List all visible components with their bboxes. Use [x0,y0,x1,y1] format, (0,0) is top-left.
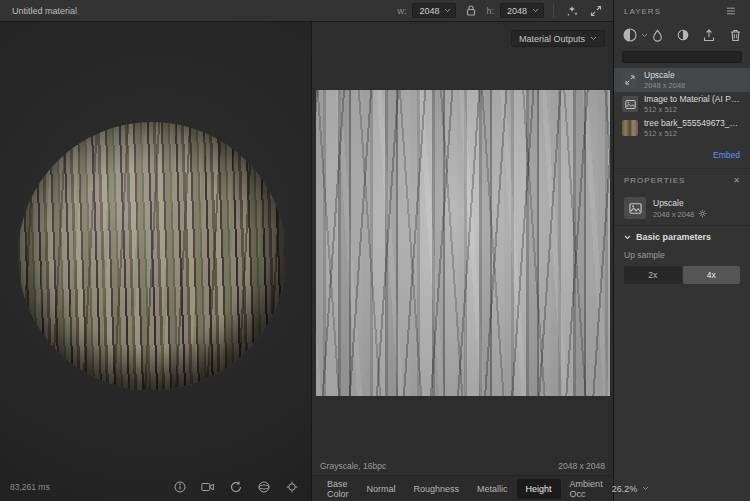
chevron-down-icon [532,8,539,13]
panel-menu-icon[interactable] [722,2,740,20]
upsample-2x-button[interactable]: 2x [624,266,682,284]
tab-roughness[interactable]: Roughness [405,479,469,499]
section-label: Basic parameters [636,232,711,242]
texture-resolution: 2048 x 2048 [558,461,605,471]
layers-actions [648,26,744,44]
magic-wand-icon[interactable] [563,2,581,20]
properties-panel-header: PROPERTIES ✕ [614,169,750,191]
layers-panel-header: LAYERS [614,0,750,22]
layer-resolution: 2048 x 2048 [644,81,685,90]
viewport-3d-tools [171,478,301,496]
bark-image-thumbnail [622,120,638,136]
width-label: w: [397,6,406,16]
fullscreen-expand-icon[interactable] [587,2,605,20]
layer-row-source-image[interactable]: tree bark_555549673_content_out_3.png 51… [614,116,750,140]
zoom-level-dropdown[interactable]: 26.2% [612,484,650,494]
layer-name: Upscale [644,70,685,80]
pivot-target-icon[interactable] [283,478,301,496]
chevron-down-icon [444,8,451,13]
material-preview-sphere[interactable] [18,122,286,390]
layer-resolution: 512 x 512 [644,129,742,138]
upscale-layer-thumbnail [622,72,638,88]
top-bar: Untitled material w: 2048 h: 2048 [0,0,613,22]
chevron-down-icon [642,486,649,491]
tab-base-color[interactable]: Base Color [318,474,358,501]
chevron-down-icon [624,235,631,240]
upscale-arrows-icon [625,75,635,85]
properties-resolution-row: 2048 x 2048 [653,209,707,219]
document-title: Untitled material [12,6,77,16]
up-sample-label: Up sample [614,248,750,260]
layers-toolbar [614,22,750,48]
tab-normal[interactable]: Normal [358,479,405,499]
properties-panel-title: PROPERTIES [624,176,685,185]
properties-layer-name: Upscale [653,198,707,208]
chevron-down-icon [590,36,597,41]
layer-resolution: 512 x 512 [644,105,742,114]
width-input[interactable]: 2048 [412,3,456,18]
channel-tab-bar: Base Color Normal Roughness Metallic Hei… [312,475,613,501]
layer-name: tree bark_555549673_content_out_3.png [644,118,742,128]
render-time: 83,261 ms [10,482,50,492]
layer-texts: Image to Material (AI Powered) 512 x 512 [644,94,742,114]
basic-parameters-section[interactable]: Basic parameters [614,226,750,248]
mask-circle-icon[interactable] [674,26,692,44]
application-window: Untitled material w: 2048 h: 2048 [0,0,750,501]
reset-rotation-icon[interactable] [227,478,245,496]
layers-list: Upscale 2048 x 2048 Image to Material (A… [614,68,750,140]
properties-layer-thumbnail [624,197,646,219]
info-icon[interactable] [171,478,189,496]
upsample-4x-button[interactable]: 4x [683,266,741,284]
photo-sparkle-icon [629,202,642,215]
layer-row-upscale[interactable]: Upscale 2048 x 2048 [614,68,750,92]
tab-ambient-occlusion[interactable]: Ambient Occ [561,474,612,501]
toolbar-divider [553,4,554,18]
material-outputs-dropdown[interactable]: Material Outputs [511,30,605,47]
viewport-3d-statusbar: 83,261 ms [0,473,311,501]
properties-layer-resolution: 2048 x 2048 [653,210,694,219]
top-bar-controls: w: 2048 h: 2048 [397,2,605,20]
split-sphere-icon [622,27,638,43]
height-map-texture[interactable] [316,90,610,396]
layer-row-image-to-material[interactable]: Image to Material (AI Powered) 512 x 512 [614,92,750,116]
embed-row: Embed [614,140,750,168]
gear-icon[interactable] [698,209,707,218]
up-sample-options: 2x 4x [624,266,740,284]
chevron-down-icon [641,33,648,38]
camera-icon[interactable] [199,478,217,496]
material-outputs-label: Material Outputs [519,34,585,44]
layer-name: Image to Material (AI Powered) [644,94,742,104]
photo-sparkle-icon [625,99,636,110]
properties-layer-texts: Upscale 2048 x 2048 [653,198,707,219]
zoom-level-value: 26.2% [612,484,638,494]
export-icon[interactable] [700,26,718,44]
viewport-2d[interactable]: Material Outputs Grayscale, 16bpc 2048 x… [312,22,613,501]
height-label: h: [486,6,494,16]
viewport-3d[interactable]: 83,261 ms [0,22,312,501]
trash-icon[interactable] [726,26,744,44]
lock-aspect-icon[interactable] [462,2,480,20]
right-panel: LAYERS [614,0,750,501]
environment-sphere-icon[interactable] [255,478,273,496]
properties-layer-item: Upscale 2048 x 2048 [614,191,750,225]
image-to-material-thumbnail [622,96,638,112]
height-input[interactable]: 2048 [500,3,544,18]
width-value: 2048 [419,6,444,16]
texture-format: Grayscale, 16bpc [320,461,386,471]
embed-link[interactable]: Embed [713,150,740,160]
height-value: 2048 [507,6,532,16]
tab-height[interactable]: Height [517,479,561,499]
viewports: 83,261 ms [0,22,613,501]
tab-metallic[interactable]: Metallic [468,479,517,499]
material-mode-toggle[interactable] [622,27,648,43]
layer-filter-input[interactable] [622,51,742,63]
layers-panel-title: LAYERS [624,7,661,16]
filter-droplet-icon[interactable] [648,26,666,44]
layer-texts: tree bark_555549673_content_out_3.png 51… [644,118,742,138]
main-area: Untitled material w: 2048 h: 2048 [0,0,614,501]
close-properties-icon[interactable]: ✕ [733,176,740,185]
layer-texts: Upscale 2048 x 2048 [644,70,685,90]
texture-info-row: Grayscale, 16bpc 2048 x 2048 [312,457,613,475]
